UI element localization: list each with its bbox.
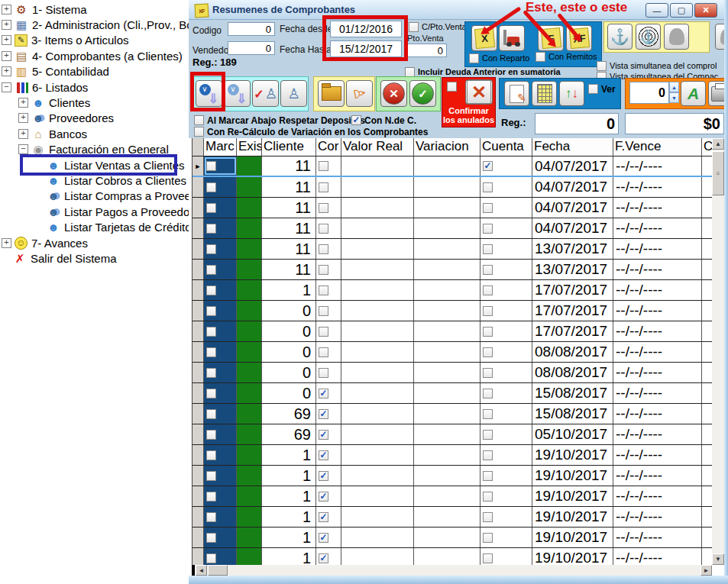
marc-checkbox[interactable] [206, 553, 216, 563]
con-ndec-checkbox[interactable]: Con N.de C. [351, 115, 416, 126]
tree-item[interactable]: ✗Salir del Sistema [0, 250, 189, 266]
marc-checkbox[interactable] [206, 286, 216, 295]
column-header-exis[interactable]: Exis [237, 138, 262, 156]
minus-expander[interactable]: − [2, 82, 11, 92]
table-row[interactable]: 6915/08/2017--/--/---- [193, 404, 712, 424]
table-row[interactable]: 1104/07/2017--/--/---- [193, 198, 712, 218]
marc-checkbox[interactable] [206, 306, 216, 316]
cuenta-checkbox[interactable] [483, 224, 493, 234]
cor-checkbox[interactable] [319, 512, 328, 522]
child-window-titlebar[interactable]: XF Resumenes de Comprobantes — ▢ ✕ [189, 0, 728, 20]
font-button[interactable]: A [681, 81, 706, 106]
cuenta-checkbox[interactable] [483, 265, 493, 275]
table-row[interactable]: 1104/07/2017--/--/---- [193, 177, 712, 198]
close-button[interactable]: ✕ [694, 3, 717, 18]
table-row[interactable]: 119/10/2017--/--/---- [193, 466, 712, 486]
cor-checkbox[interactable] [319, 182, 328, 192]
tree-item[interactable]: +☺7- Avances [0, 235, 189, 250]
cor-checkbox[interactable] [319, 265, 328, 275]
tree-item[interactable]: +▤4- Comprobantes (a Clientes) [0, 48, 189, 63]
fecha-hasta-input[interactable]: 15/12/2017 [330, 40, 402, 57]
cor-checkbox[interactable] [319, 553, 328, 563]
tree-item[interactable]: +✎3- Items o Articulos [0, 33, 189, 48]
cuenta-checkbox[interactable] [483, 244, 493, 254]
results-grid[interactable]: MarcExisClienteCorValor RealVariacionCue… [192, 138, 712, 576]
plus-expander[interactable]: + [2, 35, 11, 45]
pto-venta-input[interactable]: 0 [407, 44, 447, 57]
table-row[interactable]: 1104/07/2017--/--/---- [193, 218, 712, 239]
horizontal-scroll-thumb[interactable] [208, 565, 228, 576]
hand-button[interactable] [664, 24, 689, 50]
marc-checkbox[interactable] [206, 492, 216, 502]
cor-checkbox[interactable] [319, 327, 328, 337]
recalculo-checkbox[interactable]: Con Re-Cálculo de Variación en los Compr… [194, 127, 428, 137]
cor-checkbox[interactable] [319, 409, 328, 419]
marc-checkbox[interactable] [206, 430, 216, 440]
checkbox-box[interactable] [351, 115, 361, 125]
tree-item[interactable]: +⌂Bancos [0, 126, 189, 141]
marc-checkbox[interactable] [206, 533, 216, 543]
marc-checkbox[interactable] [206, 203, 216, 213]
cor-checkbox[interactable] [319, 368, 328, 378]
cor-checkbox[interactable] [319, 161, 328, 171]
report-button[interactable] [504, 81, 529, 106]
table-row[interactable]: 017/07/2017--/--/---- [193, 301, 712, 321]
checkbox-box[interactable] [535, 52, 545, 62]
cor-checkbox[interactable] [319, 203, 328, 213]
cancel-button[interactable]: ✕ [380, 80, 407, 107]
codigo-input[interactable]: 0 [228, 22, 275, 36]
confirmar-anulados-button[interactable]: ✕ [465, 79, 493, 105]
cuenta-checkbox[interactable] [483, 553, 493, 563]
table-row[interactable]: 1113/07/2017--/--/---- [193, 260, 712, 280]
marc-checkbox[interactable] [206, 327, 216, 337]
plus-expander[interactable]: + [18, 98, 28, 108]
scroll-down-button[interactable]: ▼ [712, 553, 724, 565]
checkbox-box[interactable] [469, 53, 479, 63]
marc-checkbox[interactable] [206, 389, 216, 398]
marc-checkbox[interactable] [206, 244, 216, 254]
cuenta-checkbox[interactable] [483, 347, 493, 357]
table-row[interactable]: 008/08/2017--/--/---- [193, 363, 712, 383]
folder-button[interactable] [318, 80, 345, 107]
tree-item[interactable]: ☻Listar Compras a Proveed [0, 189, 189, 204]
cuenta-checkbox[interactable] [483, 533, 493, 543]
table-row[interactable]: ►1104/07/2017--/--/---- [193, 156, 712, 177]
mark-all-alt-button[interactable] [224, 80, 251, 107]
cuenta-checkbox[interactable] [483, 161, 493, 171]
cor-checkbox[interactable] [319, 450, 328, 460]
cuenta-checkbox[interactable] [483, 512, 493, 522]
anchor-rings-button[interactable]: ⚓ [636, 24, 661, 50]
marc-checkbox[interactable] [206, 471, 216, 481]
spreadsheet-button[interactable] [532, 81, 557, 106]
plus-expander[interactable]: + [2, 66, 11, 76]
vertical-scrollbar[interactable]: ▲ ≡ ▼ [712, 138, 724, 565]
column-header-variacion[interactable]: Variacion [414, 138, 480, 156]
con-remitos-checkbox[interactable]: Con Remitos [535, 52, 597, 62]
cuenta-checkbox[interactable] [483, 471, 493, 481]
spinner-down-button[interactable]: ▼ [669, 92, 679, 103]
vertical-scroll-thumb[interactable]: ≡ [712, 151, 724, 195]
table-row[interactable]: 119/10/2017--/--/---- [193, 445, 712, 466]
cor-checkbox[interactable] [319, 471, 328, 481]
split-handle[interactable] [192, 565, 195, 576]
plus-expander[interactable]: + [2, 5, 11, 15]
cor-checkbox[interactable] [319, 347, 328, 357]
cuenta-checkbox[interactable] [483, 368, 493, 378]
cor-checkbox[interactable] [319, 533, 328, 543]
cor-checkbox[interactable] [319, 492, 328, 502]
crawler-button[interactable] [346, 80, 373, 107]
copies-spinner-value[interactable]: 0 [629, 82, 669, 104]
cuenta-checkbox[interactable] [483, 450, 493, 460]
table-row[interactable]: 015/08/2017--/--/---- [193, 383, 712, 404]
tree-item[interactable]: +☻Proveedores [0, 111, 189, 126]
checkbox-box[interactable] [597, 61, 607, 71]
sweep-check-button[interactable] [252, 80, 279, 107]
column-header-cliente[interactable]: Cliente [262, 138, 316, 156]
cuenta-checkbox[interactable] [483, 306, 493, 316]
fecha-desde-input[interactable]: 01/12/2016 [330, 21, 402, 37]
scroll-up-button[interactable]: ▲ [712, 138, 724, 150]
table-row[interactable]: 119/10/2017--/--/---- [193, 486, 712, 507]
plus-expander[interactable]: + [18, 129, 28, 139]
tree-item[interactable]: ☻Listar Pagos a Proveedor [0, 204, 189, 219]
sweep-button[interactable] [280, 80, 307, 107]
